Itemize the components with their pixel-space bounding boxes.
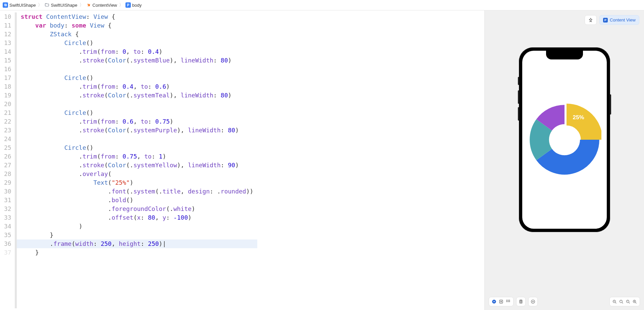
svg-rect-2 [506, 300, 507, 301]
svg-rect-5 [506, 301, 507, 302]
preview-controls-group [489, 297, 514, 306]
svg-point-12 [620, 300, 623, 303]
gutter: 1011121314151617181920212223242526272829… [0, 10, 15, 310]
breadcrumb-property[interactable]: P body [125, 2, 142, 8]
pin-icon [588, 18, 593, 23]
donut-chart-svg [528, 103, 601, 177]
svg-rect-7 [509, 301, 510, 302]
folder-icon [44, 2, 50, 8]
content-view-label: Content View [610, 17, 636, 23]
device-frame: 25% [519, 47, 610, 232]
breadcrumb-property-label: body [132, 3, 142, 8]
breadcrumb-folder[interactable]: SwiftUIShape [44, 2, 77, 8]
pin-preview-button[interactable] [585, 15, 597, 25]
property-icon: P [125, 2, 131, 8]
zoom-actual-icon[interactable]: 1 [626, 300, 630, 304]
swift-icon [86, 2, 91, 8]
svg-rect-4 [509, 300, 510, 301]
device-settings-button[interactable] [516, 297, 526, 306]
breadcrumb-app[interactable]: ⧉ SwiftUIShape [3, 2, 36, 8]
app-icon: ⧉ [3, 2, 8, 8]
chevron-right-icon: 〉 [38, 2, 42, 8]
chevron-right-icon: 〉 [119, 2, 123, 8]
selectable-icon[interactable] [499, 299, 503, 304]
svg-rect-6 [508, 301, 508, 302]
svg-rect-3 [508, 300, 508, 301]
code-editor[interactable]: 1011121314151617181920212223242526272829… [0, 10, 485, 310]
zoom-in-icon[interactable] [633, 300, 637, 304]
code-content[interactable]: struct ContentView: View { var body: som… [17, 10, 258, 310]
svg-text:1: 1 [627, 301, 628, 302]
breadcrumb-file-label: ContentView [93, 3, 117, 8]
zoom-fit-icon[interactable] [619, 300, 624, 304]
donut-chart-label: 25% [573, 114, 584, 121]
svg-rect-9 [520, 301, 522, 303]
breadcrumb-file[interactable]: ContentView [86, 2, 117, 8]
chevron-right-icon: 〉 [79, 2, 84, 8]
adjustments-icon [531, 299, 535, 304]
zoom-controls-group: 1 [609, 297, 640, 306]
device-screen: 25% [522, 51, 607, 229]
breadcrumb: ⧉ SwiftUIShape 〉 SwiftUIShape 〉 ContentV… [0, 0, 644, 10]
content-view-button[interactable]: P Content View [599, 15, 639, 25]
zoom-out-icon[interactable] [612, 300, 617, 304]
variants-icon[interactable] [506, 299, 511, 304]
play-icon[interactable] [492, 299, 496, 304]
device-icon [519, 299, 523, 304]
breadcrumb-app-label: SwiftUIShape [9, 3, 36, 8]
preview-canvas[interactable]: P Content View 25% [485, 10, 644, 310]
breadcrumb-folder-label: SwiftUIShape [51, 3, 77, 8]
property-icon: P [603, 18, 608, 23]
preview-settings-button[interactable] [528, 297, 538, 306]
device-notch [546, 51, 583, 59]
donut-chart: 25% [528, 103, 601, 177]
